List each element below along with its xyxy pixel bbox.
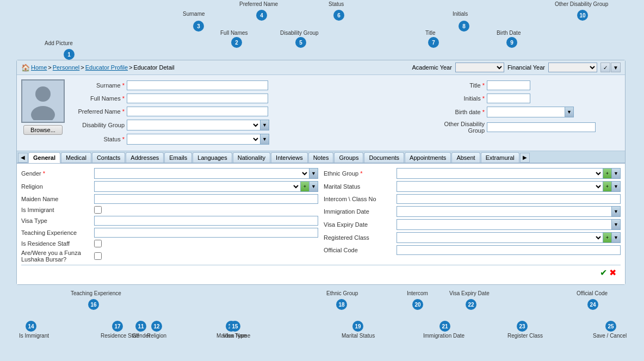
tab-appointments[interactable]: Appointments — [405, 152, 451, 163]
surname-input[interactable] — [127, 80, 268, 90]
bubble-21: 21 — [439, 321, 450, 332]
disability-group-select[interactable] — [127, 120, 260, 130]
religion-row: Religion + ▼ — [21, 181, 318, 192]
nav-tabs: ◀ General Medical Contacts Addresses Ema… — [17, 151, 625, 164]
maiden-name-input[interactable] — [94, 194, 318, 204]
main-panel: 🏠 Home > Personnel > Educator Profile > … — [16, 60, 626, 285]
bubble-label-3: Surname — [183, 11, 205, 17]
preferred-name-input[interactable] — [127, 107, 268, 116]
gender-select[interactable] — [95, 169, 309, 178]
bubble-3: 3 — [193, 21, 204, 32]
religion-dropdown[interactable]: ▼ — [309, 182, 318, 191]
visa-type-input[interactable] — [94, 216, 318, 226]
maiden-name-row: Maiden Name — [21, 194, 318, 204]
dropdown-button[interactable]: ▼ — [611, 63, 621, 72]
fullnames-input[interactable] — [127, 94, 268, 103]
ethnic-group-green-btn[interactable]: + — [603, 169, 611, 178]
bubble-label-14: Is Immigrant — [19, 333, 49, 339]
immigration-date-dropdown[interactable]: ▼ — [611, 207, 620, 216]
visa-expiry-dropdown[interactable]: ▼ — [611, 220, 620, 229]
bubble-5: 5 — [295, 37, 306, 48]
cancel-button[interactable]: ✖ — [609, 267, 616, 278]
tab-emails[interactable]: Emails — [164, 152, 192, 163]
preferred-name-label: Preferred Name * — [70, 108, 125, 115]
status-dropdown[interactable]: ▼ — [260, 134, 269, 144]
tab-interviews[interactable]: Interviews — [271, 152, 308, 163]
religion-select[interactable] — [95, 182, 300, 191]
birthdate-input[interactable] — [487, 107, 565, 117]
official-code-input[interactable] — [397, 245, 621, 255]
tab-medical[interactable]: Medical — [61, 152, 91, 163]
title-row: Title * — [430, 80, 621, 90]
tab-nav-right[interactable]: ▶ — [520, 153, 530, 163]
tab-documents[interactable]: Documents — [364, 152, 404, 163]
marital-status-green-btn[interactable]: + — [603, 182, 611, 191]
marital-status-row: Marital Status + ▼ — [324, 181, 621, 192]
registered-class-row: Registered Class + ▼ — [324, 232, 621, 243]
teaching-exp-input[interactable] — [94, 228, 318, 238]
visa-expiry-input[interactable] — [397, 220, 611, 229]
bubble-25: 25 — [605, 321, 616, 332]
funza-checkbox[interactable] — [94, 252, 102, 260]
intercom-row: Intercom \ Class No — [324, 194, 621, 204]
bubble-12: 12 — [151, 321, 162, 332]
bubble-label-15: Visa Type — [223, 333, 247, 339]
tab-nationality[interactable]: Nationality — [233, 152, 270, 163]
tab-addresses[interactable]: Addresses — [126, 152, 164, 163]
visa-type-row: Visa Type — [21, 216, 318, 226]
tab-contacts[interactable]: Contacts — [92, 152, 125, 163]
gender-dropdown[interactable]: ▼ — [309, 169, 318, 178]
bubble-label-6: Status — [329, 1, 344, 7]
tab-general[interactable]: General — [28, 152, 60, 163]
tab-absent[interactable]: Absent — [451, 152, 480, 163]
tab-extramural[interactable]: Extramural — [481, 152, 519, 163]
title-input[interactable] — [487, 80, 530, 90]
ethnic-group-dropdown[interactable]: ▼ — [611, 169, 620, 178]
breadcrumb-educator-profile[interactable]: Educator Profile — [85, 64, 128, 71]
fullnames-label: Full Names * — [70, 95, 125, 102]
tab-content-general: Gender * ▼ Religion + ▼ — [17, 164, 625, 284]
residence-label: Is Residence Staff — [21, 240, 92, 247]
browse-button[interactable]: Browse... — [23, 125, 63, 135]
left-general-fields: Gender * ▼ Religion + ▼ — [21, 168, 318, 265]
bubble-18: 18 — [336, 299, 347, 310]
status-select[interactable] — [127, 134, 260, 144]
save-button[interactable]: ✔ — [600, 267, 607, 278]
immigration-date-input[interactable] — [397, 207, 611, 216]
registered-class-select[interactable] — [397, 233, 603, 242]
residence-checkbox[interactable] — [94, 240, 102, 247]
birthdate-dropdown[interactable]: ▼ — [565, 107, 573, 117]
breadcrumb-personnel[interactable]: Personnel — [53, 64, 80, 71]
home-icon: 🏠 — [21, 64, 30, 72]
tab-nav-left[interactable]: ◀ — [18, 153, 28, 163]
bubble-15: 15 — [230, 321, 240, 332]
marital-status-dropdown[interactable]: ▼ — [611, 182, 620, 191]
religion-green-btn[interactable]: + — [300, 182, 309, 191]
academic-year-select[interactable] — [455, 63, 504, 72]
bubble-1: 1 — [64, 49, 75, 60]
registered-class-green-btn[interactable]: + — [603, 233, 611, 242]
ethnic-group-select[interactable] — [397, 169, 603, 178]
tab-notes[interactable]: Notes — [308, 152, 334, 163]
tab-groups[interactable]: Groups — [334, 152, 363, 163]
surname-label: Surname * — [70, 82, 125, 89]
registered-class-dropdown[interactable]: ▼ — [611, 233, 620, 242]
marital-status-select[interactable] — [397, 182, 603, 191]
ethnic-group-row: Ethnic Group * + ▼ — [324, 168, 621, 179]
financial-year-select[interactable] — [548, 63, 597, 72]
intercom-input[interactable] — [397, 194, 621, 204]
bubble-14: 14 — [26, 321, 36, 332]
breadcrumb-home[interactable]: Home — [31, 64, 47, 71]
academic-year-label: Academic Year — [412, 64, 452, 71]
visa-expiry-label: Visa Expiry Date — [324, 221, 394, 228]
bubble-label-5: Disability Group — [280, 30, 319, 36]
other-disability-row: Other Disability Group — [430, 121, 621, 134]
disability-group-dropdown[interactable]: ▼ — [260, 120, 269, 130]
tab-languages[interactable]: Languages — [193, 152, 232, 163]
svg-point-0 — [35, 86, 51, 102]
confirm-button[interactable]: ✓ — [600, 63, 610, 72]
avatar — [21, 79, 65, 123]
initials-input[interactable] — [487, 94, 530, 103]
other-disability-input[interactable] — [487, 122, 596, 132]
is-immigrant-checkbox[interactable] — [94, 206, 102, 214]
